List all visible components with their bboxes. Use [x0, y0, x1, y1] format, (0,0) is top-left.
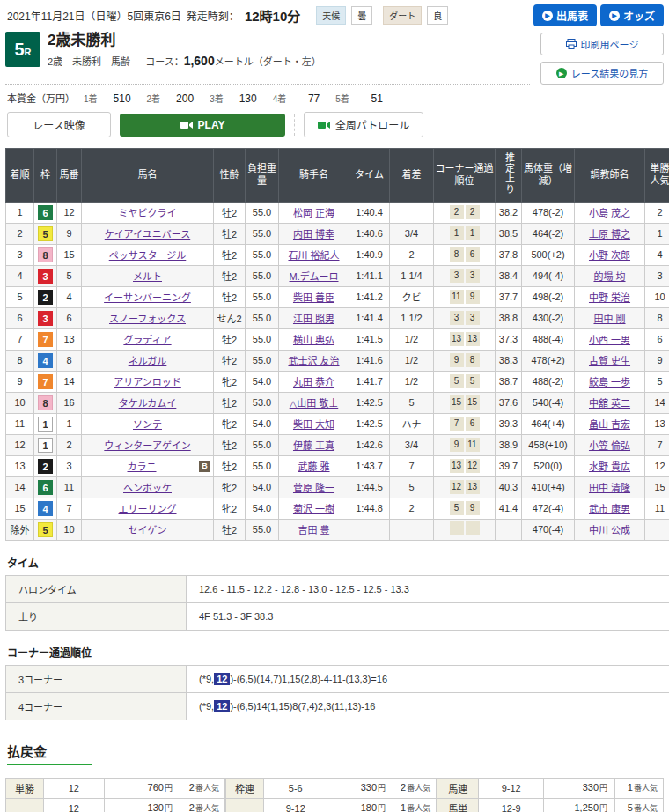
frame-number-badge: 8	[38, 395, 53, 410]
jockey-name-link[interactable]: 横山 典弘	[293, 335, 334, 345]
trainer-cell: 中川 公成	[575, 519, 645, 540]
jockey-cell: 菊沢 一樹	[279, 498, 349, 519]
payout-amount-unit: 円	[378, 784, 386, 793]
trainer-name-link[interactable]: 小島 茂之	[589, 208, 630, 218]
horse-name-link[interactable]: ケイアイユニバース	[105, 229, 190, 240]
corner-position: 6	[466, 417, 480, 431]
horse-name-link[interactable]: タケルカムイ	[119, 398, 177, 409]
jockey-name-link[interactable]: 柴田 善臣	[293, 292, 334, 303]
trainer-name-link[interactable]: 小笠 倫弘	[589, 440, 630, 451]
table-row: 848ネルガル牡255.0武士沢 友治1:41.61/29838.3478(+2…	[6, 350, 669, 371]
jockey-name-link[interactable]: 石川 裕紀人	[288, 250, 339, 261]
corner-order-cell: 55	[434, 371, 496, 392]
sex-age: 牡2	[214, 244, 246, 265]
patrol-video-button[interactable]: 全周パトロール	[304, 112, 423, 137]
start-time-value: 12時10分	[245, 6, 300, 25]
trainer-name-link[interactable]: 小野 次郎	[589, 250, 630, 261]
winner-highlight: 12	[214, 673, 230, 685]
horse-name-link[interactable]: ネルガル	[129, 356, 167, 366]
horse-name-link[interactable]: ウィンターアゲイン	[104, 440, 190, 451]
prize-amount: 77	[293, 92, 320, 105]
bet-type-label: 複勝	[6, 798, 44, 812]
jockey-name-link[interactable]: 吉田 豊	[298, 525, 329, 535]
horse-name-link[interactable]: ヘンボッケ	[123, 483, 172, 493]
horse-name-link[interactable]: ミヤビクライ	[119, 208, 177, 218]
jockey-cell: M.デムーロ	[279, 265, 349, 286]
horse-number: 13	[57, 328, 82, 350]
entries-button[interactable]: ▶ 出馬表	[533, 4, 597, 26]
trainer-name-link[interactable]: 中川 公成	[589, 525, 630, 535]
trainer-name-link[interactable]: 田中 清隆	[589, 483, 630, 493]
sex-age: 牝2	[214, 413, 246, 434]
jockey-name-link[interactable]: 伊藤 工真	[293, 440, 334, 451]
horse-name-link[interactable]: ソンテ	[133, 419, 162, 430]
bet-combination: 12-9	[479, 798, 544, 812]
frame-number-badge: 3	[38, 311, 53, 326]
payout-amount-unit: 円	[378, 804, 386, 812]
trainer-name-link[interactable]: 鮫島 一歩	[589, 377, 630, 388]
horse-name-link[interactable]: カラニ	[128, 461, 157, 472]
trainer-name-link[interactable]: 上原 博之	[589, 229, 630, 240]
jockey-name-link[interactable]: 武士沢 友治	[288, 356, 339, 366]
race-time: 1:40.4	[349, 202, 390, 223]
trainer-name-link[interactable]: 水野 貴広	[589, 461, 630, 472]
horse-name-link[interactable]: アリアンロッド	[114, 377, 181, 388]
corner-order-cell: 86	[434, 244, 496, 265]
payout-row: 単勝12760円2番人気	[6, 778, 225, 798]
sex-age: 牡2	[214, 519, 246, 540]
corner-position: 11	[466, 438, 480, 452]
corner-row: 3コーナー(*9,12)-(6,5)(14,7)1,15(2,8)-4-11-(…	[6, 665, 669, 692]
finish-position: 3	[6, 244, 34, 265]
table-row: 259ケイアイユニバース牡255.0内田 博幸1:40.63/41138.546…	[6, 223, 669, 244]
trainer-name-link[interactable]: 武市 康男	[589, 504, 630, 514]
trainer-name-link[interactable]: 田中 剛	[593, 314, 625, 324]
trainer-name-link[interactable]: 中舘 英二	[589, 398, 630, 409]
race-video-button[interactable]: レース映像	[7, 112, 111, 137]
payout-popularity: 1番人気	[615, 778, 664, 798]
print-page-label: 印刷用ページ	[581, 37, 639, 51]
horse-name-link[interactable]: イーサンバーニング	[104, 292, 191, 303]
odds-button[interactable]: ▶ オッズ	[600, 4, 664, 26]
trainer-name-link[interactable]: 中野 栄治	[589, 292, 630, 303]
bet-type-label: 馬単	[437, 798, 479, 812]
jockey-name-link[interactable]: 武藤 雅	[298, 461, 329, 472]
race-number: 5	[14, 40, 24, 60]
trainer-name-link[interactable]: 古賀 史生	[589, 356, 630, 366]
horse-name-link[interactable]: エリーリング	[119, 504, 177, 514]
jockey-name-link[interactable]: M.デムーロ	[290, 271, 339, 282]
horse-name-link[interactable]: ペッサスタージル	[109, 250, 187, 261]
horse-name-link[interactable]: グラディア	[123, 335, 171, 345]
jockey-name-link[interactable]: 松岡 正海	[293, 208, 334, 218]
jockey-name-link[interactable]: 柴田 大知	[293, 419, 334, 430]
horse-name-link[interactable]: メルト	[133, 271, 162, 282]
last-3f-time: 37.3	[496, 328, 522, 350]
horse-name-link[interactable]: スノーフォックス	[109, 314, 186, 324]
payout-amount-value: 330	[583, 782, 599, 793]
divider	[294, 114, 295, 136]
payout-title: 払戻金	[7, 742, 664, 760]
jockey-name-link[interactable]: △山田 敬士	[290, 398, 339, 409]
jockey-name-link[interactable]: 丸田 恭介	[293, 377, 334, 388]
carried-weight: 54.0	[246, 476, 279, 498]
jockey-name-link[interactable]: 菊沢 一樹	[293, 504, 334, 514]
carried-weight: 55.0	[246, 202, 279, 223]
finish-position: 除外	[6, 519, 34, 540]
trainer-cell: 上原 博之	[575, 223, 645, 244]
time-row: ハロンタイム12.6 - 11.5 - 12.2 - 12.8 - 13.0 -…	[6, 575, 669, 602]
horse-number: 12	[57, 202, 82, 223]
frame-number-badge: 8	[38, 247, 53, 262]
corner-order-cell: 1312	[434, 455, 496, 476]
trainer-name-link[interactable]: 的場 均	[593, 271, 625, 282]
trainer-name-link[interactable]: 畠山 吉宏	[589, 419, 630, 430]
results-guide-button[interactable]: ▶ レース結果の見方	[540, 62, 664, 85]
print-page-button[interactable]: 印刷用ページ	[540, 33, 664, 55]
jockey-name-link[interactable]: 内田 博幸	[293, 229, 334, 240]
trainer-name-link[interactable]: 小西 一男	[589, 335, 630, 345]
horse-name-link[interactable]: セイゲン	[129, 525, 167, 535]
corner-position: 12	[466, 459, 480, 473]
jockey-name-link[interactable]: 菅原 隆一	[293, 483, 334, 493]
play-button[interactable]: PLAY	[120, 114, 285, 137]
jockey-name-link[interactable]: 江田 照男	[293, 314, 334, 324]
col-trainer: 調教師名	[575, 149, 645, 203]
frame-number-badge: 5	[38, 226, 53, 241]
